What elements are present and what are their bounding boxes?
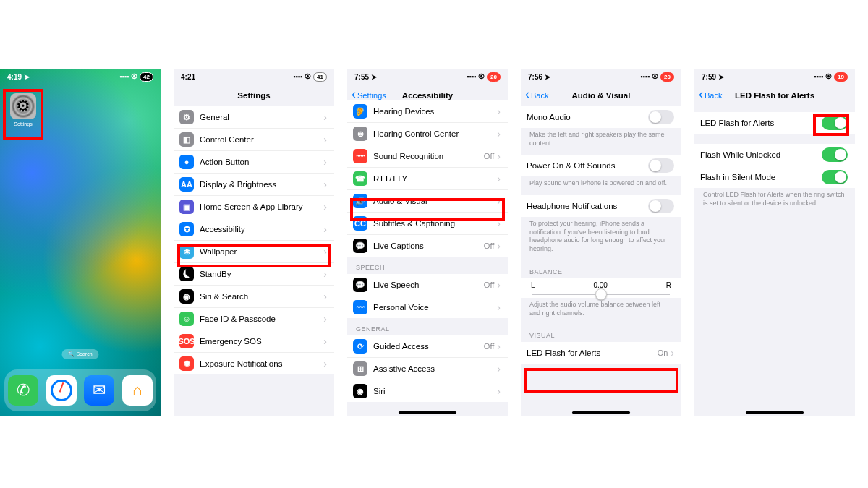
gen-row-0[interactable]: ⟳Guided AccessOff›: [347, 335, 508, 358]
wifi-icon: ⦿: [131, 73, 137, 80]
toggle-mono[interactable]: [648, 110, 674, 124]
chevron-right-icon: ›: [323, 246, 327, 257]
row-flash-unlocked[interactable]: Flash While Unlocked: [694, 144, 855, 166]
toggle-led-flash[interactable]: [822, 116, 848, 130]
spotlight-search[interactable]: 🔍 Search: [61, 349, 98, 359]
chevron-right-icon: ›: [323, 335, 327, 347]
settings-icon-3: AA: [179, 177, 194, 192]
chevron-right-icon: ›: [497, 363, 501, 374]
settings-row-11[interactable]: ✺Exposure Notifications›: [174, 353, 334, 374]
wifi-icon: ⦿: [478, 73, 485, 80]
back-button[interactable]: Back: [699, 85, 722, 106]
settings-row-6[interactable]: ❀Wallpaper›: [174, 241, 334, 263]
hear-icon-0: 🦻: [353, 104, 367, 119]
chevron-right-icon: ›: [323, 156, 327, 168]
speech-row-0[interactable]: 💬Live SpeechOff›: [347, 274, 508, 296]
speech-label-1: Personal Voice: [373, 303, 497, 312]
toggle-flash-unlocked[interactable]: [822, 147, 848, 162]
hear-icon-6: 💬: [353, 239, 367, 253]
battery-pill: 20: [660, 72, 674, 82]
speech-value-0: Off: [484, 281, 494, 289]
settings-icon-0: ⚙: [179, 110, 194, 124]
phone-app-icon[interactable]: ✆: [8, 375, 38, 406]
battery-pill: 20: [487, 72, 501, 82]
gen-value-0: Off: [484, 342, 494, 351]
safari-app-icon[interactable]: [46, 375, 77, 406]
toggle-power[interactable]: [648, 158, 674, 173]
settings-row-0[interactable]: ⚙General›: [174, 106, 334, 129]
hear-row-6[interactable]: 💬Live CaptionsOff›: [347, 235, 508, 257]
speech-list[interactable]: 💬Live SpeechOff›〰Personal Voice›: [347, 274, 508, 318]
status-time: 7:56: [528, 73, 542, 81]
balance-slider[interactable]: L 0.00 R: [521, 278, 681, 298]
settings-row-4[interactable]: ▣Home Screen & App Library›: [174, 196, 334, 218]
settings-row-1[interactable]: ◧Control Center›: [174, 129, 334, 151]
row-mono-audio[interactable]: Mono Audio: [521, 106, 681, 128]
chevron-right-icon: ›: [497, 301, 501, 313]
wifi-icon: ⦿: [305, 73, 311, 80]
hear-icon-2: 〰: [353, 149, 367, 163]
nav-header: Settings: [174, 85, 334, 106]
status-time: 7:55: [354, 73, 369, 81]
section-speech: SPEECH: [347, 257, 508, 274]
hear-row-5[interactable]: CCSubtitles & Captioning›: [347, 213, 508, 235]
chevron-right-icon: ›: [497, 106, 501, 117]
section-visual: VISUAL: [521, 325, 681, 342]
row-power-sounds[interactable]: Power On & Off Sounds: [521, 155, 681, 176]
row-led-flash[interactable]: LED Flash for Alerts On ›: [521, 342, 681, 364]
chevron-left-icon: [525, 91, 529, 100]
status-time: 4:19: [7, 73, 22, 81]
speech-label-0: Live Speech: [373, 281, 484, 289]
hear-row-3[interactable]: ☎RTT/TTY›: [347, 168, 508, 190]
speech-row-1[interactable]: 〰Personal Voice›: [347, 296, 508, 318]
settings-row-10[interactable]: SOSEmergency SOS›: [174, 330, 334, 353]
location-icon: ➤: [24, 73, 30, 81]
row-flash-silent[interactable]: Flash in Silent Mode: [694, 166, 855, 188]
back-button[interactable]: Back: [525, 85, 548, 106]
signal-icon: ▪▪▪▪: [467, 73, 476, 80]
settings-row-2[interactable]: ●Action Button›: [174, 151, 334, 174]
settings-list[interactable]: ⚙General›◧Control Center›●Action Button›…: [174, 106, 334, 374]
gen-icon-0: ⟳: [353, 339, 367, 354]
chevron-right-icon: ›: [497, 240, 501, 252]
hear-label-3: RTT/TTY: [373, 174, 497, 183]
hear-icon-1: ⊚: [353, 127, 367, 141]
settings-label-4: Home Screen & App Library: [200, 202, 323, 211]
chevron-right-icon: ›: [323, 268, 327, 280]
home-indicator: [572, 411, 630, 414]
settings-row-9[interactable]: ☺Face ID & Passcode›: [174, 308, 334, 330]
general-list[interactable]: ⟳Guided AccessOff›⊞Assistive Access›◉Sir…: [347, 335, 508, 402]
mail-app-icon[interactable]: ✉︎: [84, 375, 114, 406]
settings-label-5: Accessibility: [200, 225, 323, 234]
status-bar: 7:55 ➤ ▪▪▪▪ ⦿ 20: [347, 69, 508, 85]
chevron-right-icon: ›: [323, 358, 327, 369]
hear-row-2[interactable]: 〰Sound RecognitionOff›: [347, 145, 508, 168]
gen-row-1[interactable]: ⊞Assistive Access›: [347, 358, 508, 380]
settings-row-5[interactable]: ✪Accessibility›: [174, 218, 334, 241]
home-indicator: [399, 411, 456, 414]
settings-label-0: General: [200, 113, 323, 121]
highlight-led-flash: [524, 368, 678, 393]
settings-row-8[interactable]: ◉Siri & Search›: [174, 286, 334, 308]
signal-icon: ▪▪▪▪: [814, 73, 823, 80]
hear-row-1[interactable]: ⊚Hearing Control Center›: [347, 123, 508, 145]
chevron-right-icon: ›: [323, 223, 327, 235]
settings-row-7[interactable]: ⏾StandBy›: [174, 263, 334, 286]
row-headphone-notifications[interactable]: Headphone Notifications: [521, 195, 681, 217]
settings-label-8: Siri & Search: [200, 292, 323, 301]
hear-icon-3: ☎: [353, 171, 367, 186]
speech-icon-1: 〰: [353, 300, 367, 314]
gen-row-2[interactable]: ◉Siri›: [347, 380, 508, 402]
hearing-list[interactable]: 🦻Hearing Devices›⊚Hearing Control Center…: [347, 100, 508, 257]
settings-icon-4: ▣: [179, 200, 194, 214]
hear-row-4[interactable]: 🔊Audio & Visual›: [347, 190, 508, 213]
hear-row-0[interactable]: 🦻Hearing Devices›: [347, 100, 508, 123]
page-title: Audio & Visual: [572, 91, 631, 100]
toggle-headphone[interactable]: [648, 199, 674, 213]
settings-row-3[interactable]: AADisplay & Brightness›: [174, 174, 334, 196]
phone-audio-visual: 7:56 ➤ ▪▪▪▪ ⦿ 20 Back Audio & Visual Mon…: [521, 69, 681, 416]
toggle-flash-silent[interactable]: [822, 170, 848, 184]
home-app-icon[interactable]: ⌂: [122, 375, 153, 406]
row-led-flash-alerts[interactable]: LED Flash for Alerts: [694, 112, 855, 134]
balance-thumb[interactable]: [595, 288, 607, 300]
